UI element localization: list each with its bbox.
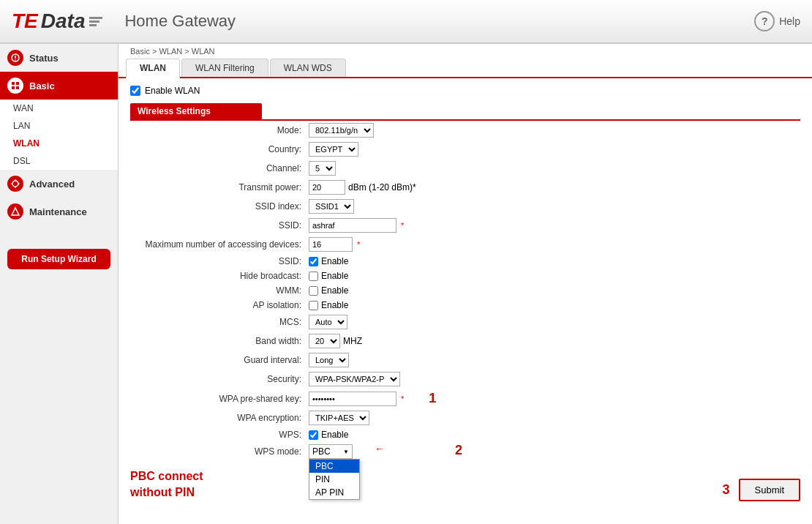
sub-item-wan[interactable]: WAN xyxy=(0,100,118,117)
transmit-power-input[interactable] xyxy=(309,180,345,195)
hide-broadcast-label: Hide broadcast: xyxy=(130,269,306,283)
security-value-cell: WPA-PSK/WPA2-P xyxy=(306,370,800,389)
ap-isolation-enable-text: Enable xyxy=(321,300,348,310)
sidebar-advanced-label: Advanced xyxy=(29,179,75,190)
wmm-checkbox[interactable] xyxy=(309,286,318,296)
ssid-enable-checkbox[interactable] xyxy=(309,257,318,266)
guard-interval-row: Guard interval: Long xyxy=(130,351,800,370)
ssid-enable-row: SSID: Enable xyxy=(130,254,800,269)
max-devices-input[interactable] xyxy=(309,237,353,252)
wpa-encryption-select[interactable]: TKIP+AES xyxy=(309,411,369,425)
svg-rect-2 xyxy=(12,82,15,85)
sidebar-item-basic[interactable]: Basic xyxy=(0,72,118,100)
bandwidth-select[interactable]: 20 xyxy=(309,334,340,348)
bandwidth-row: Band width: 20 MHZ xyxy=(130,332,800,351)
bottom-row: PBC connect without PIN 3 Submit xyxy=(130,465,800,504)
ap-isolation-checkbox[interactable] xyxy=(309,301,318,310)
annotation-1: 1 xyxy=(429,391,436,406)
help-icon: ? xyxy=(754,11,775,31)
guard-interval-select[interactable]: Long xyxy=(309,353,349,367)
ssid-input[interactable] xyxy=(309,218,396,233)
wps-mode-label: WPS mode: xyxy=(130,442,306,461)
sidebar: Status Basic WAN LAN WLAN DSL Advanced M… xyxy=(0,44,119,524)
ssid-required: * xyxy=(401,221,404,230)
svg-rect-4 xyxy=(12,86,15,89)
sidebar-item-status[interactable]: Status xyxy=(0,44,118,72)
transmit-power-unit: dBm (1-20 dBm)* xyxy=(348,182,416,192)
help-section[interactable]: ? Help xyxy=(754,11,800,31)
bandwidth-unit: MHZ xyxy=(343,336,362,346)
status-icon xyxy=(7,50,23,66)
ssid-index-label: SSID index: xyxy=(130,197,306,216)
run-setup-wizard-button[interactable]: Run Setup Wizard xyxy=(7,249,110,269)
hide-broadcast-value-cell: Enable xyxy=(306,269,800,283)
ssid-enable-value-cell: Enable xyxy=(306,254,800,269)
submit-button[interactable]: Submit xyxy=(739,479,800,501)
wps-row: WPS: Enable xyxy=(130,427,800,442)
transmit-power-row: Transmit power: dBm (1-20 dBm)* xyxy=(130,178,800,197)
mode-select[interactable]: 802.11b/g/n xyxy=(309,123,374,138)
pbc-text-line2: without PIN xyxy=(130,484,203,501)
advanced-icon xyxy=(7,176,23,192)
hide-broadcast-text: Enable xyxy=(321,271,348,281)
ssid-value-cell: * xyxy=(306,216,800,235)
enable-wlan-checkbox[interactable] xyxy=(130,86,140,96)
maintenance-icon xyxy=(7,203,23,220)
wps-mode-option-ap-pin[interactable]: AP PIN xyxy=(309,486,359,499)
wpa-key-row: WPA pre-shared key: * 1 xyxy=(130,389,800,408)
wpa-key-label: WPA pre-shared key: xyxy=(130,389,306,408)
sub-item-wlan[interactable]: WLAN xyxy=(0,135,118,152)
ap-isolation-label: AP isolation: xyxy=(130,298,306,312)
breadcrumb: Basic > WLAN > WLAN xyxy=(119,44,812,59)
guard-interval-value-cell: Long xyxy=(306,351,800,370)
arrow-to-dropdown: ← xyxy=(375,443,385,454)
mode-value-cell: 802.11b/g/n xyxy=(306,121,800,140)
security-select[interactable]: WPA-PSK/WPA2-P xyxy=(309,372,400,386)
max-devices-row: Maximum number of accessing devices: * xyxy=(130,235,800,254)
max-devices-value-cell: * xyxy=(306,235,800,254)
wps-value-cell: Enable xyxy=(306,427,800,442)
channel-row: Channel: 5 xyxy=(130,159,800,178)
wpa-key-required: * xyxy=(401,394,404,403)
tabs-container: WLAN WLAN Filtering WLAN WDS xyxy=(119,59,812,78)
sub-item-lan[interactable]: LAN xyxy=(0,117,118,135)
hide-broadcast-row: Hide broadcast: Enable xyxy=(130,269,800,283)
sidebar-item-maintenance[interactable]: Maintenance xyxy=(0,198,118,225)
ap-isolation-row: AP isolation: Enable xyxy=(130,298,800,312)
mcs-select[interactable]: Auto xyxy=(309,315,347,329)
wps-checkbox[interactable] xyxy=(309,430,318,440)
mcs-row: MCS: Auto xyxy=(130,312,800,332)
hide-broadcast-checkbox[interactable] xyxy=(309,272,318,281)
sub-item-dsl[interactable]: DSL xyxy=(0,152,118,170)
submit-area: 3 Submit xyxy=(723,479,800,501)
wps-mode-row: WPS mode: PBC ▼ xyxy=(130,442,800,461)
wps-mode-option-pin[interactable]: PIN xyxy=(309,473,359,486)
wpa-key-input[interactable] xyxy=(309,392,396,406)
ssid-index-select[interactable]: SSID1 xyxy=(309,199,354,214)
wps-mode-select-display[interactable]: PBC ▼ xyxy=(309,444,353,459)
bandwidth-label: Band width: xyxy=(130,332,306,351)
wps-mode-dropdown-arrow: ▼ xyxy=(343,449,349,455)
svg-rect-5 xyxy=(16,86,19,89)
country-select[interactable]: EGYPT xyxy=(309,142,358,157)
tab-wlan[interactable]: WLAN xyxy=(126,59,180,78)
basic-sub-items: WAN LAN WLAN DSL xyxy=(0,100,118,170)
main-content: Basic > WLAN > WLAN WLAN WLAN Filtering … xyxy=(119,44,812,524)
tab-wlan-filtering[interactable]: WLAN Filtering xyxy=(181,59,268,77)
logo-data: Data xyxy=(41,10,86,33)
header: TE Data Home Gateway ? Help xyxy=(0,0,812,44)
wizard-btn-container: Run Setup Wizard xyxy=(0,240,118,278)
channel-value-cell: 5 xyxy=(306,159,800,178)
country-value-cell: EGYPT xyxy=(306,140,800,159)
wps-mode-option-pbc[interactable]: PBC xyxy=(309,460,359,473)
wmm-enable-text: Enable xyxy=(321,285,348,296)
mcs-label: MCS: xyxy=(130,312,306,332)
settings-table: Mode: 802.11b/g/n Country: E xyxy=(130,121,800,461)
wireless-settings-header: Wireless Settings xyxy=(130,103,262,119)
tab-wlan-wds[interactable]: WLAN WDS xyxy=(270,59,346,77)
sidebar-item-advanced[interactable]: Advanced xyxy=(0,170,118,198)
wpa-encryption-value-cell: TKIP+AES xyxy=(306,408,800,427)
wps-mode-selected-value: PBC xyxy=(312,446,343,457)
logo-lines xyxy=(89,17,102,26)
channel-select[interactable]: 5 xyxy=(309,161,336,176)
